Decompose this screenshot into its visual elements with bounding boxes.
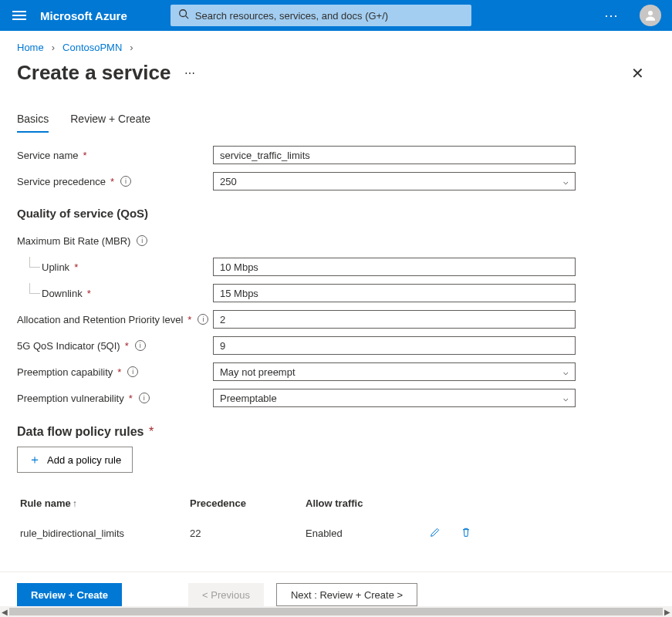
breadcrumb-resource[interactable]: ContosoPMN — [62, 42, 122, 53]
service-precedence-select[interactable]: 250 ⌵ — [213, 172, 576, 190]
tabs: Basics Review + Create — [0, 93, 672, 133]
col-precedence[interactable]: Precedence — [190, 497, 306, 509]
chevron-down-icon: ⌵ — [563, 367, 569, 377]
col-allow-traffic[interactable]: Allow traffic — [306, 497, 429, 509]
preempt-cap-label: Preemption capability — [17, 366, 113, 378]
downlink-label: Downlink — [42, 288, 83, 299]
account-avatar[interactable] — [640, 5, 661, 26]
svg-point-5 — [648, 11, 653, 15]
add-policy-rule-button[interactable]: ＋ Add a policy rule — [17, 447, 133, 473]
arp-label: Allocation and Retention Priority level — [17, 314, 183, 325]
plus-icon: ＋ — [29, 452, 41, 468]
downlink-input[interactable] — [213, 284, 576, 302]
info-icon[interactable]: i — [120, 176, 131, 187]
review-create-button[interactable]: Review + Create — [17, 583, 122, 606]
qos-heading: Quality of service (QoS) — [17, 207, 655, 220]
delete-icon[interactable] — [460, 526, 472, 541]
scroll-right-icon[interactable]: ▶ — [664, 608, 670, 616]
chevron-right-icon: › — [130, 42, 133, 53]
svg-point-3 — [180, 10, 187, 17]
topbar-more-icon[interactable]: ⋯ — [604, 7, 620, 24]
tab-basics[interactable]: Basics — [17, 113, 49, 133]
brand-label[interactable]: Microsoft Azure — [40, 9, 127, 22]
page-title: Create a service — [17, 61, 171, 85]
arp-input[interactable] — [213, 310, 576, 329]
service-form: Service name* Service precedence* i 250 … — [0, 133, 672, 558]
chevron-down-icon: ⌵ — [563, 177, 569, 187]
wizard-footer: Review + Create < Previous Next : Review… — [0, 571, 672, 606]
uplink-label: Uplink — [42, 261, 69, 273]
info-icon[interactable]: i — [127, 366, 138, 377]
service-name-label: Service name — [17, 150, 78, 161]
topbar: Microsoft Azure ⋯ — [0, 0, 672, 31]
search-input[interactable] — [195, 10, 464, 22]
svg-rect-0 — [12, 11, 26, 12]
edit-icon[interactable] — [429, 526, 441, 541]
info-icon[interactable]: i — [139, 393, 150, 403]
col-rule-name[interactable]: Rule name↑ — [20, 497, 190, 509]
info-icon[interactable]: i — [135, 340, 146, 351]
global-search[interactable] — [171, 5, 471, 26]
breadcrumb-home[interactable]: Home — [17, 42, 44, 53]
service-precedence-value: 250 — [220, 176, 237, 187]
preempt-vuln-label: Preemption vulnerability — [17, 393, 124, 404]
svg-rect-2 — [12, 19, 26, 20]
fiveqi-label: 5G QoS Indicator (5QI) — [17, 340, 120, 352]
page-title-row: Create a service ⋯ ✕ — [0, 58, 672, 93]
rules-table: Rule name↑ Precedence Allow traffic rule… — [17, 491, 655, 551]
tab-review-create[interactable]: Review + Create — [70, 113, 150, 133]
svg-rect-1 — [12, 15, 26, 16]
sort-asc-icon: ↑ — [73, 498, 77, 509]
info-icon[interactable]: i — [137, 235, 147, 246]
preempt-vuln-value: Preemptable — [220, 393, 277, 404]
fiveqi-input[interactable] — [213, 336, 576, 355]
mbr-label: Maximum Bit Rate (MBR) — [17, 235, 130, 247]
add-policy-rule-label: Add a policy rule — [47, 454, 121, 466]
chevron-right-icon: › — [52, 42, 55, 53]
service-precedence-label: Service precedence — [17, 176, 106, 187]
preempt-vuln-select[interactable]: Preemptable ⌵ — [213, 389, 576, 407]
search-icon — [178, 8, 189, 22]
previous-button: < Previous — [188, 583, 264, 606]
chevron-down-icon: ⌵ — [563, 393, 569, 403]
scroll-left-icon[interactable]: ◀ — [2, 608, 8, 616]
tree-branch-icon — [25, 257, 39, 277]
uplink-input[interactable] — [213, 258, 576, 276]
hamburger-icon[interactable] — [11, 7, 28, 24]
rule-name-cell: rule_bidirectional_limits — [20, 528, 190, 539]
breadcrumb: Home › ContosoPMN › — [0, 31, 672, 58]
service-name-input[interactable] — [213, 146, 576, 164]
preempt-cap-select[interactable]: May not preempt ⌵ — [213, 362, 576, 381]
svg-line-4 — [185, 16, 188, 19]
preempt-cap-value: May not preempt — [220, 366, 295, 378]
horizontal-scrollbar[interactable]: ◀ ▶ — [0, 606, 672, 617]
rule-allow-cell: Enabled — [306, 528, 429, 539]
close-icon[interactable]: ✕ — [631, 64, 655, 83]
rules-heading: Data flow policy rules * — [17, 425, 655, 439]
info-icon[interactable]: i — [198, 314, 208, 325]
title-more-icon[interactable]: ⋯ — [184, 67, 197, 79]
tree-branch-icon — [25, 283, 39, 303]
rule-precedence-cell: 22 — [190, 528, 306, 539]
next-button[interactable]: Next : Review + Create > — [276, 583, 417, 606]
table-row: rule_bidirectional_limits 22 Enabled — [17, 515, 655, 551]
